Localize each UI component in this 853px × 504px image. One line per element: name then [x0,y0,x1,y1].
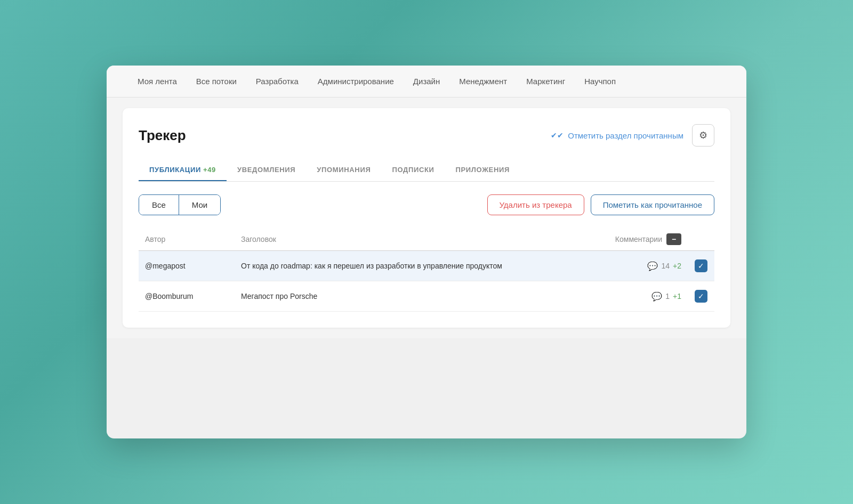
checkmark-icon: ✓ [698,262,704,270]
tracker-panel: Трекер ✔✔ Отметить раздел прочитанным ⚙ … [123,108,730,328]
row-checkbox[interactable]: ✓ [688,281,714,312]
table-row: @Boomburum Мегапост про Porsche 💬 1 +1 [139,281,714,312]
checkbox-checked-icon[interactable]: ✓ [695,290,707,303]
mark-as-read-button[interactable]: Пометить как прочитанное [591,194,714,215]
main-content: Трекер ✔✔ Отметить раздел прочитанным ⚙ … [107,97,746,338]
tabs-container: ПУБЛИКАЦИИ+49 УВЕДОМЛЕНИЯ УПОМИНАНИЯ ПОД… [139,159,714,182]
comment-bubble-icon: 💬 [647,261,658,271]
nav-dev[interactable]: Разработка [246,66,308,97]
comment-new-count: +1 [673,292,681,300]
filter-group: Все Мои [139,194,221,215]
checkmark-icon: ✓ [698,292,704,300]
double-checkmark-icon: ✔✔ [551,131,564,140]
top-nav: Моя лента Все потоки Разработка Админист… [107,66,746,97]
nav-my-feed[interactable]: Моя лента [128,66,187,97]
collapse-column-button[interactable]: − [666,233,681,245]
toolbar-actions: Удалить из трекера Пометить как прочитан… [487,194,715,215]
row-author: @megapost [139,251,235,281]
comment-new-count: +2 [673,262,681,270]
gear-icon: ⚙ [699,129,707,141]
tracker-table: Автор Заголовок Комментарии − [139,228,714,312]
toolbar: Все Мои Удалить из трекера Пометить как … [139,194,714,215]
table-header-row: Автор Заголовок Комментарии − [139,228,714,251]
panel-header: Трекер ✔✔ Отметить раздел прочитанным ⚙ [139,124,714,147]
row-comments: 💬 1 +1 [602,281,688,312]
col-header-check [688,228,714,251]
tab-notifications-label: УВЕДОМЛЕНИЯ [237,166,295,174]
nav-management[interactable]: Менеджмент [449,66,517,97]
comment-count-value: 14 [661,262,670,270]
row-title[interactable]: Мегапост про Porsche [235,281,602,312]
table-row: @megapost От кода до roadmap: как я пере… [139,251,714,281]
tab-publications[interactable]: ПУБЛИКАЦИИ+49 [139,159,227,181]
main-window: Моя лента Все потоки Разработка Админист… [107,66,746,438]
col-header-title: Заголовок [235,228,602,251]
nav-design[interactable]: Дизайн [404,66,449,97]
comment-count-value: 1 [665,292,670,300]
row-checkbox[interactable]: ✓ [688,251,714,281]
comments-header-label: Комментарии [615,235,662,243]
nav-admin[interactable]: Администрирование [308,66,404,97]
panel-title: Трекер [139,127,186,144]
filter-mine-button[interactable]: Мои [179,195,220,215]
nav-marketing[interactable]: Маркетинг [517,66,575,97]
col-header-author: Автор [139,228,235,251]
filter-all-button[interactable]: Все [139,195,179,215]
tab-mentions-label: УПОМИНАНИЯ [317,166,371,174]
minus-icon: − [672,235,676,243]
panel-header-actions: ✔✔ Отметить раздел прочитанным ⚙ [551,124,714,147]
tab-publications-label: ПУБЛИКАЦИИ [149,166,201,174]
mark-section-read-button[interactable]: ✔✔ Отметить раздел прочитанным [551,131,683,140]
tab-subscriptions[interactable]: ПОДПИСКИ [381,159,445,181]
settings-button[interactable]: ⚙ [692,124,714,147]
comment-bubble-icon: 💬 [651,291,662,302]
nav-science[interactable]: Научпоп [575,66,625,97]
row-title[interactable]: От кода до roadmap: как я перешел из раз… [235,251,602,281]
tab-apps-label: ПРИЛОЖЕНИЯ [456,166,510,174]
row-comments: 💬 14 +2 [602,251,688,281]
tab-mentions[interactable]: УПОМИНАНИЯ [306,159,381,181]
tab-publications-badge: +49 [203,166,216,174]
tab-apps[interactable]: ПРИЛОЖЕНИЯ [445,159,520,181]
row-author: @Boomburum [139,281,235,312]
delete-from-tracker-button[interactable]: Удалить из трекера [487,194,584,215]
checkbox-checked-icon[interactable]: ✓ [695,259,707,272]
nav-all-streams[interactable]: Все потоки [187,66,246,97]
tab-notifications[interactable]: УВЕДОМЛЕНИЯ [227,159,306,181]
tab-subscriptions-label: ПОДПИСКИ [392,166,434,174]
mark-read-label: Отметить раздел прочитанным [568,131,683,140]
col-header-comments: Комментарии − [602,228,688,251]
